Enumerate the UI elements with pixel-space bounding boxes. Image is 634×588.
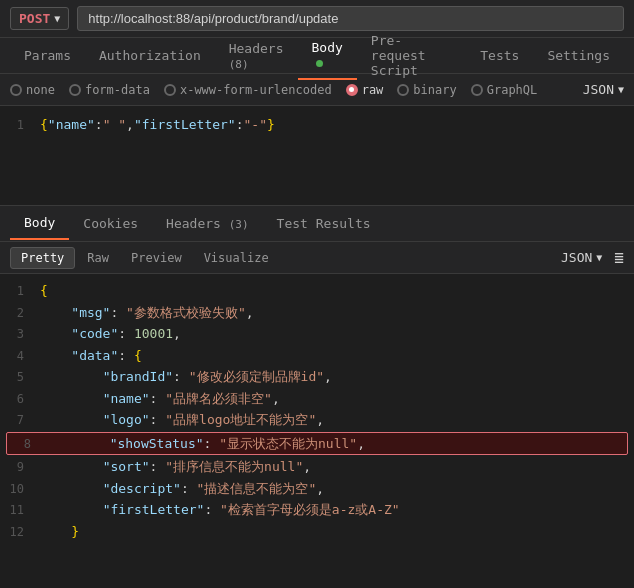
resp-tab-test-results[interactable]: Test Results <box>263 208 385 239</box>
resp-line-13: 13 } <box>0 542 634 544</box>
json-selector-chevron: ▼ <box>618 84 624 95</box>
resp-tab-headers[interactable]: Headers (3) <box>152 208 263 239</box>
option-form-data[interactable]: form-data <box>69 83 150 97</box>
option-urlencoded[interactable]: x-www-form-urlencoded <box>164 83 332 97</box>
top-tabs: Params Authorization Headers (8) Body Pr… <box>0 38 634 74</box>
resp-tab-body[interactable]: Body <box>10 207 69 240</box>
resp-line-8: 8 "showStatus": "显示状态不能为null", <box>6 432 628 456</box>
option-graphql[interactable]: GraphQL <box>471 83 538 97</box>
resp-line-12: 12 } <box>0 521 634 543</box>
method-text: POST <box>19 11 50 26</box>
method-selector[interactable]: POST ▼ <box>10 7 69 30</box>
response-body: 1 { 2 "msg": "参数格式校验失败", 3 "code": 10001… <box>0 274 634 544</box>
json-format-selector[interactable]: JSON ▼ <box>583 82 624 97</box>
resp-line-10: 10 "descript": "描述信息不能为空", <box>0 478 634 500</box>
response-section: Body Cookies Headers (3) Test Results Pr… <box>0 206 634 544</box>
radio-raw-inner <box>349 87 354 92</box>
resp-line-7: 7 "logo": "品牌logo地址不能为空", <box>0 409 634 431</box>
resp-line-9: 9 "sort": "排序信息不能为null", <box>0 456 634 478</box>
tab-params[interactable]: Params <box>10 40 85 71</box>
body-dot <box>316 60 323 67</box>
url-input[interactable] <box>77 6 624 31</box>
radio-urlencoded <box>164 84 176 96</box>
resp-line-1: 1 { <box>0 280 634 302</box>
radio-form-data <box>69 84 81 96</box>
tab-headers[interactable]: Headers (8) <box>215 33 298 79</box>
tab-settings[interactable]: Settings <box>533 40 624 71</box>
option-none[interactable]: none <box>10 83 55 97</box>
tab-tests[interactable]: Tests <box>466 40 533 71</box>
tab-pre-request[interactable]: Pre-request Script <box>357 25 466 86</box>
view-preview[interactable]: Preview <box>121 248 192 268</box>
resp-line-3: 3 "code": 10001, <box>0 323 634 345</box>
resp-line-5: 5 "brandId": "修改必须定制品牌id", <box>0 366 634 388</box>
radio-none <box>10 84 22 96</box>
resp-json-chevron: ▼ <box>596 252 602 263</box>
response-json-selector[interactable]: JSON ▼ <box>561 250 602 265</box>
view-visualize[interactable]: Visualize <box>194 248 279 268</box>
resp-line-11: 11 "firstLetter": "检索首字母必须是a-z或A-Z" <box>0 499 634 521</box>
resp-line-6: 6 "name": "品牌名必须非空", <box>0 388 634 410</box>
resp-tab-cookies[interactable]: Cookies <box>69 208 152 239</box>
view-pretty[interactable]: Pretty <box>10 247 75 269</box>
request-line-1: 1 {"name":" ","firstLetter":"-"} <box>0 114 634 136</box>
method-chevron-icon: ▼ <box>54 13 60 24</box>
request-editor[interactable]: 1 {"name":" ","firstLetter":"-"} <box>0 106 634 206</box>
resp-line-2: 2 "msg": "参数格式校验失败", <box>0 302 634 324</box>
radio-graphql <box>471 84 483 96</box>
view-raw[interactable]: Raw <box>77 248 119 268</box>
resp-line-4: 4 "data": { <box>0 345 634 367</box>
filter-icon[interactable]: ≣ <box>614 248 624 267</box>
tab-authorization[interactable]: Authorization <box>85 40 215 71</box>
tab-body[interactable]: Body <box>298 32 357 80</box>
view-options: Pretty Raw Preview Visualize JSON ▼ ≣ <box>0 242 634 274</box>
response-tabs: Body Cookies Headers (3) Test Results <box>0 206 634 242</box>
